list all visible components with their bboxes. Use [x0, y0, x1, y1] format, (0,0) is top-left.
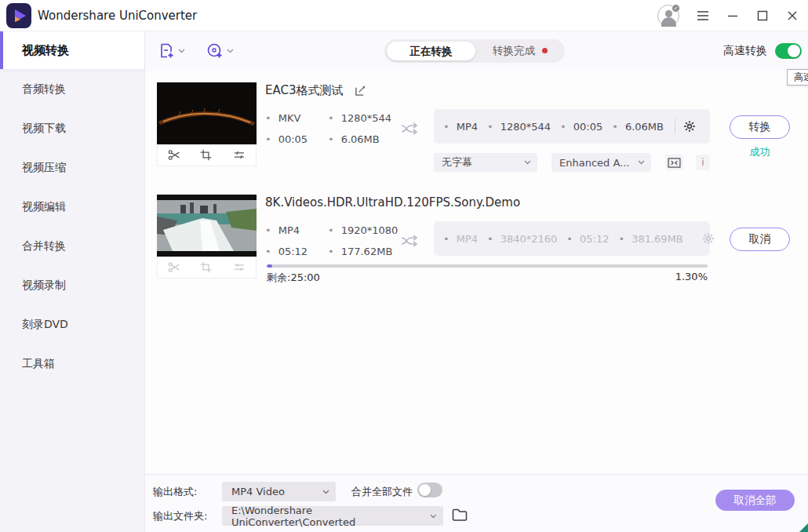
- status-tabs: 正在转换 转换完成: [384, 39, 565, 63]
- sidebar-item-video-edit[interactable]: 视频编辑: [0, 187, 144, 226]
- high-speed-label: 高速转换: [723, 44, 767, 58]
- task-list: EAC3格式测试 MKV 1280*544 00:05 6.06MB MP4 1…: [145, 71, 808, 474]
- source-size: 6.06MB: [328, 133, 406, 145]
- account-avatar[interactable]: ✓: [657, 5, 679, 27]
- audio-track-select-value: Enhanced A...: [559, 157, 630, 169]
- output-settings-gear-icon: [702, 232, 715, 245]
- output-settings-gear-icon[interactable]: [683, 120, 696, 133]
- merge-toggle[interactable]: [417, 483, 442, 497]
- source-duration: 05:12: [265, 246, 328, 257]
- high-speed-toggle[interactable]: [775, 43, 802, 59]
- task-row: EAC3格式测试 MKV 1280*544 00:05 6.06MB MP4 1…: [145, 82, 808, 195]
- sidebar-item-screen-record[interactable]: 视频录制: [0, 265, 144, 304]
- audio-track-select[interactable]: Enhanced A...: [551, 153, 651, 172]
- solar-arc-thumbnail-image: [157, 82, 257, 144]
- notification-dot: [542, 48, 548, 53]
- target-resolution: 1280*544: [487, 121, 551, 133]
- progress-percent-label: 1.30%: [649, 271, 708, 282]
- edit-title-icon[interactable]: [355, 85, 366, 97]
- corner-accent-icon: [799, 523, 808, 532]
- convert-arrow-icon: [400, 232, 420, 250]
- sidebar-item-video-compress[interactable]: 视频压缩: [0, 148, 144, 187]
- sidebar-item-video-convert[interactable]: 视频转换: [0, 31, 144, 69]
- trim-icon: [167, 261, 180, 274]
- output-folder-select[interactable]: E:\Wondershare UniConverter\Converted: [222, 506, 443, 526]
- toolbar: 正在转换 转换完成 高速转换: [145, 31, 808, 71]
- output-folder-value: E:\Wondershare UniConverter\Converted: [231, 505, 430, 528]
- tab-converting[interactable]: 正在转换: [387, 42, 475, 60]
- sidebar-item-audio-convert[interactable]: 音频转换: [0, 69, 144, 108]
- sidebar-item-toolbox[interactable]: 工具箱: [0, 344, 144, 383]
- add-file-button[interactable]: [157, 42, 185, 60]
- chevron-down-icon: [178, 49, 185, 53]
- minimize-button[interactable]: [726, 9, 739, 22]
- footer-bar: 输出格式: MP4 Video 合并全部文件 输出文件夹: E:\Wonders…: [145, 474, 808, 532]
- compress-icon: [668, 158, 681, 168]
- compress-button[interactable]: [665, 155, 683, 170]
- waterfall-thumbnail-image: [157, 195, 257, 257]
- cancel-button[interactable]: 取消: [730, 228, 790, 251]
- output-format-label: 输出格式:: [153, 485, 197, 499]
- progress-fill: [267, 264, 272, 268]
- source-resolution: 1920*1080: [328, 224, 406, 236]
- chevron-down-icon: [430, 514, 437, 519]
- target-resolution: 3840*2160: [487, 233, 557, 245]
- tab-finished-label: 转换完成: [493, 44, 535, 56]
- video-thumbnail[interactable]: [157, 195, 257, 279]
- chevron-down-icon: [227, 49, 234, 53]
- video-thumbnail[interactable]: [157, 82, 257, 166]
- output-settings-box[interactable]: MP4 1280*544 00:05 6.06MB: [434, 109, 710, 144]
- app-title: Wondershare UniConverter: [38, 0, 197, 31]
- cancel-all-button[interactable]: 取消全部: [715, 490, 795, 511]
- source-resolution: 1280*544: [328, 112, 406, 124]
- tab-finished[interactable]: 转换完成: [475, 44, 565, 58]
- crop-icon[interactable]: [199, 148, 213, 162]
- source-format: MKV: [265, 112, 328, 124]
- open-folder-icon[interactable]: [452, 508, 468, 522]
- maximize-button[interactable]: [756, 9, 769, 22]
- output-format-select[interactable]: MP4 Video: [222, 482, 336, 501]
- menu-icon[interactable]: [697, 9, 709, 22]
- sidebar-item-video-download[interactable]: 视频下载: [0, 108, 144, 148]
- output-settings-box: MP4 3840*2160 05:12 381.69MB: [434, 221, 710, 256]
- sidebar-item-burn-dvd[interactable]: 刻录DVD: [0, 304, 144, 344]
- source-format: MP4: [265, 224, 328, 236]
- account-badge-icon: ✓: [672, 4, 680, 13]
- info-button[interactable]: i: [696, 155, 710, 170]
- target-duration: 00:05: [560, 121, 602, 133]
- video-title: 8K.Videos.HDR.UltraHD.120FPS.Sony.Demo: [265, 195, 520, 210]
- chevron-down-icon: [638, 160, 645, 165]
- target-size: 381.69MB: [618, 233, 682, 245]
- video-title: EAC3格式测试: [265, 83, 344, 98]
- target-format: MP4: [443, 233, 478, 245]
- crop-icon: [199, 261, 213, 274]
- subtitle-select[interactable]: 无字幕: [434, 153, 537, 172]
- progress-bar: [267, 264, 708, 268]
- target-size: 6.06MB: [612, 121, 664, 133]
- sidebar-item-merge-convert[interactable]: 合并转换: [0, 226, 144, 265]
- output-folder-label: 输出文件夹:: [153, 509, 207, 523]
- titlebar: Wondershare UniConverter ✓: [0, 0, 808, 31]
- merge-all-label: 合并全部文件: [351, 485, 413, 499]
- subtitle-select-value: 无字幕: [442, 155, 472, 169]
- status-success-label: 成功: [730, 145, 790, 159]
- close-button[interactable]: [786, 9, 799, 22]
- convert-button[interactable]: 转换: [730, 115, 790, 139]
- add-file-icon: [157, 42, 176, 60]
- chevron-down-icon: [322, 490, 329, 494]
- convert-arrow-icon: [400, 120, 420, 137]
- task-row: 8K.Videos.HDR.UltraHD.120FPS.Sony.Demo M…: [145, 195, 808, 307]
- target-duration: 05:12: [566, 233, 609, 245]
- time-remaining-label: 剩余:25:00: [267, 271, 320, 285]
- app-window: Wondershare UniConverter ✓ 视频转换 音频转换 视频下…: [0, 0, 808, 532]
- source-duration: 00:05: [265, 133, 328, 145]
- high-speed-tooltip: 高速: [787, 69, 808, 86]
- app-logo-icon: [6, 3, 31, 28]
- chevron-down-icon: [524, 160, 531, 165]
- trim-icon[interactable]: [167, 148, 180, 162]
- target-format: MP4: [443, 121, 478, 133]
- effects-icon[interactable]: [232, 148, 246, 162]
- sidebar: 视频转换 音频转换 视频下载 视频压缩 视频编辑 合并转换 视频录制 刻录DVD…: [0, 31, 145, 532]
- load-dvd-button[interactable]: [206, 42, 234, 60]
- output-format-value: MP4 Video: [231, 486, 285, 497]
